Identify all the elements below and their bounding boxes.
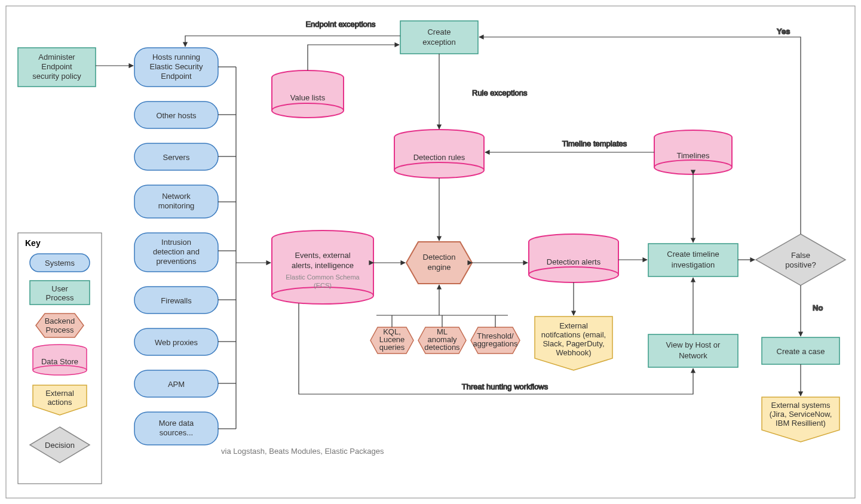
svg-text:External: External	[559, 321, 588, 330]
svg-text:External: External	[45, 389, 74, 398]
svg-text:actions: actions	[47, 398, 72, 407]
svg-text:investigation: investigation	[672, 260, 715, 269]
svg-text:Create a case: Create a case	[777, 347, 825, 356]
svg-text:Servers: Servers	[163, 153, 190, 162]
svg-text:More data: More data	[159, 419, 194, 428]
node-create-case: Create a case	[762, 337, 839, 364]
svg-text:APM: APM	[168, 380, 185, 389]
svg-text:IBM Resillient): IBM Resillient)	[776, 419, 826, 428]
svg-text:View by Host or: View by Host or	[666, 340, 721, 349]
svg-text:Slack, PagerDuty,: Slack, PagerDuty,	[543, 339, 604, 348]
svg-point-9	[33, 365, 87, 375]
svg-text:alerts, intelligence: alerts, intelligence	[292, 261, 354, 270]
caption-via-logstash: via Logstash, Beats Modules, Elastic Pac…	[221, 447, 384, 456]
node-threshold: Threshold/ aggregations	[471, 327, 520, 354]
svg-text:engine: engine	[427, 263, 451, 272]
key-user-process-label-l2: Process	[46, 293, 74, 302]
node-view-host-network: View by Host or Network	[648, 334, 738, 367]
node-ml: ML anomaly detections	[418, 327, 466, 354]
svg-text:Administer: Administer	[38, 53, 75, 62]
node-external-systems: External systems (Jira, ServiceNow, IBM …	[762, 397, 839, 442]
node-kql: KQL, Lucene queries	[370, 327, 413, 354]
svg-text:Firewalls: Firewalls	[161, 296, 192, 305]
svg-text:Network: Network	[162, 192, 191, 201]
edge-label-threat-hunting: Threat hunting workflows	[462, 382, 549, 391]
svg-text:Create timeline: Create timeline	[667, 250, 719, 259]
node-create-exception: Create exception	[400, 21, 478, 54]
svg-text:aggregations: aggregations	[473, 339, 518, 348]
node-external-notifications: External notifcations (email, Slack, Pag…	[535, 316, 612, 370]
svg-point-76	[529, 267, 618, 282]
svg-point-47	[394, 162, 484, 178]
svg-text:Endpoint: Endpoint	[161, 72, 192, 81]
edge-label-yes: Yes	[777, 27, 790, 36]
edge-label-timeline-templates: Timeline templates	[562, 139, 627, 148]
key-title: Key	[25, 238, 41, 248]
svg-text:detections: detections	[424, 343, 460, 352]
node-timelines: Timelines	[654, 130, 732, 174]
svg-text:Elastic Common Schema: Elastic Common Schema	[286, 273, 360, 281]
svg-text:positive?: positive?	[785, 260, 816, 269]
svg-text:Decision: Decision	[45, 441, 75, 450]
svg-text:Backend: Backend	[45, 316, 75, 325]
svg-text:Web proxies: Web proxies	[155, 338, 198, 347]
svg-text:Timelines: Timelines	[676, 151, 710, 160]
svg-text:Create: Create	[427, 27, 451, 36]
svg-text:Hosts running: Hosts running	[152, 53, 200, 62]
svg-text:notifcations (email,: notifcations (email,	[541, 330, 606, 339]
key-panel: Key Systems User Process User Process Ba…	[18, 233, 102, 484]
svg-text:Events, external: Events, external	[295, 251, 350, 260]
edge-label-rule-exceptions: Rule exceptions	[472, 88, 528, 97]
svg-text:Data Store: Data Store	[41, 357, 78, 366]
svg-text:Endpoint: Endpoint	[41, 62, 72, 71]
svg-text:Other hosts: Other hosts	[156, 111, 197, 120]
svg-text:Network: Network	[679, 351, 707, 360]
svg-text:External systems: External systems	[771, 401, 831, 410]
node-detection-rules: Detection rules	[394, 130, 484, 178]
node-detection-engine: Detection engine	[406, 242, 472, 284]
node-value-lists: Value lists	[272, 70, 344, 118]
svg-text:preventions: preventions	[156, 257, 197, 266]
edge-label-endpoint-exceptions: Endpoint exceptions	[305, 20, 376, 29]
svg-point-53	[272, 287, 373, 304]
svg-text:Webhook): Webhook)	[556, 348, 591, 357]
svg-point-38	[272, 103, 344, 118]
svg-text:security policy: security policy	[32, 72, 81, 81]
svg-text:queries: queries	[379, 343, 405, 352]
svg-text:Detection rules: Detection rules	[413, 153, 465, 162]
node-false-positive: False positive?	[756, 234, 845, 285]
svg-text:(Jira, ServiceNow,: (Jira, ServiceNow,	[770, 410, 832, 419]
svg-text:False: False	[791, 251, 810, 260]
svg-text:detection and: detection and	[153, 247, 200, 256]
svg-marker-94	[756, 234, 845, 285]
node-create-timeline: Create timeline investigation	[648, 244, 738, 276]
node-events: Events, external alerts, intelligence El…	[272, 231, 373, 304]
svg-text:monitoring: monitoring	[158, 201, 195, 210]
svg-text:sources...: sources...	[160, 428, 193, 437]
svg-text:Elastic Security: Elastic Security	[150, 62, 203, 71]
svg-text:Detection: Detection	[423, 253, 456, 262]
svg-text:Value lists: Value lists	[290, 93, 326, 102]
key-systems-label: Systems	[45, 259, 75, 268]
node-admin-policy: Administer Endpoint security policy	[18, 48, 96, 87]
svg-text:Detection alerts: Detection alerts	[547, 257, 601, 266]
svg-text:(ECS): (ECS)	[314, 282, 332, 289]
systems-column: Hosts running Elastic Security Endpoint …	[134, 48, 218, 445]
node-detection-alerts: Detection alerts	[529, 234, 618, 282]
svg-text:exception: exception	[422, 38, 456, 47]
svg-text:Intrusion: Intrusion	[161, 238, 191, 247]
svg-point-86	[654, 160, 732, 174]
key-user-process-label-l1: User	[51, 284, 68, 293]
edge-label-no: No	[813, 303, 823, 312]
svg-text:Process: Process	[46, 325, 74, 334]
